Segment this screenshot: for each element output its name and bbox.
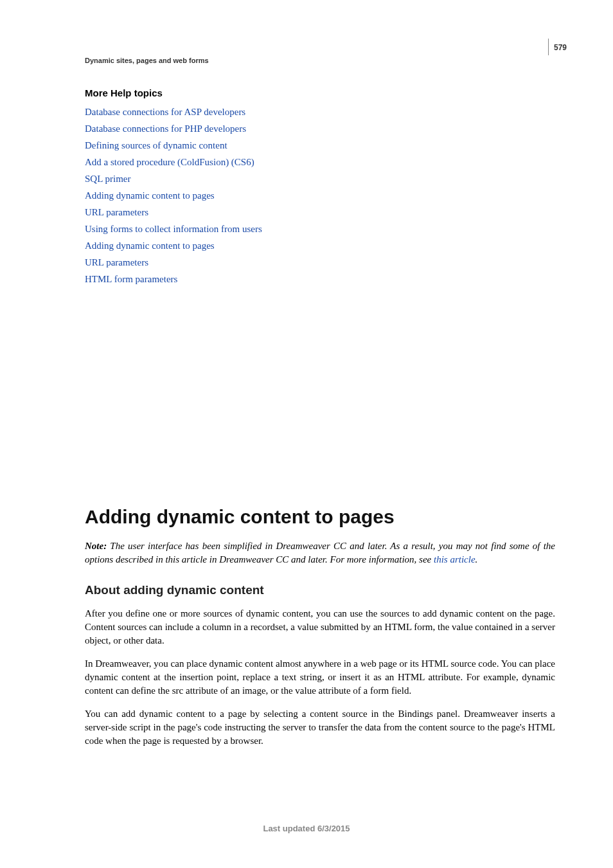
link-html-form-params[interactable]: HTML form parameters	[85, 274, 177, 284]
link-adding-dynamic-1[interactable]: Adding dynamic content to pages	[85, 190, 215, 201]
list-item: Add a stored procedure (ColdFusion) (CS6…	[85, 154, 555, 170]
page-title: Adding dynamic content to pages	[85, 506, 555, 528]
link-using-forms[interactable]: Using forms to collect information from …	[85, 224, 262, 234]
note-link[interactable]: this article	[434, 554, 475, 565]
more-help-links: Database connections for ASP developers …	[85, 104, 555, 287]
list-item: Adding dynamic content to pages	[85, 187, 555, 204]
note-paragraph: Note: The user interface has been simpli…	[85, 539, 555, 566]
link-database-php[interactable]: Database connections for PHP developers	[85, 123, 246, 134]
list-item: SQL primer	[85, 170, 555, 187]
page-number-wrap: 579	[548, 39, 567, 55]
more-help-heading: More Help topics	[85, 87, 555, 98]
page-number: 579	[554, 43, 567, 52]
list-item: Database connections for ASP developers	[85, 104, 555, 120]
note-body-a: The user interface has been simplified i…	[85, 541, 555, 565]
list-item: Defining sources of dynamic content	[85, 137, 555, 154]
list-item: URL parameters	[85, 254, 555, 271]
body-paragraph: After you define one or more sources of …	[85, 607, 555, 647]
page-container: 579 Dynamic sites, pages and web forms M…	[0, 0, 613, 868]
link-sql-primer[interactable]: SQL primer	[85, 174, 131, 184]
link-url-params-1[interactable]: URL parameters	[85, 207, 148, 217]
section-subheading: About adding dynamic content	[85, 583, 555, 597]
link-stored-procedure[interactable]: Add a stored procedure (ColdFusion) (CS6…	[85, 157, 254, 167]
body-paragraph: In Dreamweaver, you can place dynamic co…	[85, 657, 555, 698]
running-head: Dynamic sites, pages and web forms	[85, 57, 555, 64]
list-item: Database connections for PHP developers	[85, 120, 555, 137]
page-footer: Last updated 6/3/2015	[0, 824, 613, 833]
list-item: HTML form parameters	[85, 271, 555, 287]
note-label: Note:	[85, 541, 107, 551]
link-url-params-2[interactable]: URL parameters	[85, 257, 148, 267]
link-adding-dynamic-2[interactable]: Adding dynamic content to pages	[85, 240, 215, 251]
link-defining-sources[interactable]: Defining sources of dynamic content	[85, 140, 227, 150]
link-database-asp[interactable]: Database connections for ASP developers	[85, 107, 245, 117]
list-item: URL parameters	[85, 204, 555, 221]
list-item: Adding dynamic content to pages	[85, 237, 555, 254]
list-item: Using forms to collect information from …	[85, 221, 555, 237]
body-paragraph: You can add dynamic content to a page by…	[85, 707, 555, 748]
note-body-b: .	[475, 554, 478, 565]
